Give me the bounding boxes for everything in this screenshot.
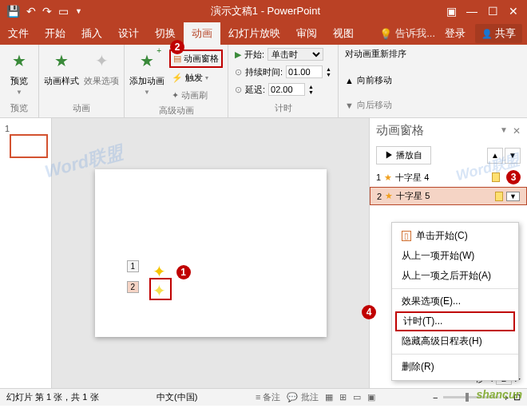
context-menu: ▯ 单击开始(C) 从上一项开始(W) 从上一项之后开始(A) 效果选项(E).… xyxy=(391,222,519,381)
quick-access-toolbar: 💾 ↶ ↷ ▭ ▼ xyxy=(0,5,89,18)
share-button[interactable]: 👤 共享 xyxy=(475,24,522,43)
menu-remove[interactable]: 删除(R) xyxy=(392,357,518,377)
menu-effect-options[interactable]: 效果选项(E)... xyxy=(392,291,518,311)
maximize-button[interactable]: ☐ xyxy=(484,5,501,18)
selection-box xyxy=(149,278,172,300)
title-bar: 💾 ↶ ↷ ▭ ▼ 演示文稿1 - PowerPoint ▣ — ☐ ✕ xyxy=(0,0,527,22)
zoom-out-button[interactable]: − xyxy=(433,393,438,402)
tab-slideshow[interactable]: 幻灯片放映 xyxy=(220,22,288,45)
callout-3: 3 xyxy=(506,170,521,184)
menu-timing[interactable]: 计时(T)... xyxy=(395,311,515,331)
anim-item-1[interactable]: 1 ★ 十字星 4 3 xyxy=(370,168,527,187)
share-icon: 👤 xyxy=(481,24,493,43)
ribbon-tabs: 文件 开始 插入 设计 切换 动画 幻灯片放映 审阅 视图 💡 告诉我... 登… xyxy=(0,22,527,45)
ribbon-group-reorder: 对动画重新排序 ▲ 向前移动 ▼ 向后移动 xyxy=(339,45,413,117)
down-icon: ▼ xyxy=(345,101,354,110)
effect-options-button[interactable]: ✦ 效果选项 xyxy=(84,48,119,87)
tab-review[interactable]: 审阅 xyxy=(288,22,325,45)
ribbon-group-advanced: ★+ 添加动画 ▼ ▤ 动画窗格 ⚡ 触发 ▾ ✦ 动画刷 xyxy=(125,45,228,117)
notes-button[interactable]: ≡ 备注 xyxy=(256,391,280,403)
sorter-view-icon[interactable]: ⊞ xyxy=(339,392,347,402)
play-icon: ▶ xyxy=(235,50,241,60)
timeline-bar xyxy=(492,172,500,182)
reading-view-icon[interactable]: ▭ xyxy=(353,392,361,402)
callout-1: 1 xyxy=(176,265,191,279)
start-select[interactable]: 单击时 xyxy=(267,48,323,61)
close-button[interactable]: ✕ xyxy=(505,5,522,18)
pane-dropdown-icon[interactable]: ▼ xyxy=(500,125,508,137)
tab-view[interactable]: 视图 xyxy=(325,22,362,45)
duration-icon: ⊙ xyxy=(235,67,242,77)
callout-2: 2 xyxy=(170,40,184,54)
redo-icon[interactable]: ↷ xyxy=(42,5,52,18)
qat-dropdown-icon[interactable]: ▼ xyxy=(75,7,82,15)
effect-icon: ✦ xyxy=(89,48,114,73)
login-button[interactable]: 登录 xyxy=(445,26,466,41)
duration-spinner[interactable]: ▲▼ xyxy=(326,66,331,77)
zoom-slider[interactable] xyxy=(443,396,499,398)
animation-pane: 动画窗格 ▼ ✕ ▶ 播放自 ▲ ▼ 1 ★ 十字星 4 3 2 ★ 十字星 5 xyxy=(369,118,527,388)
ribbon-group-timing: ▶ 开始: 单击时 ⊙ 持续时间: ▲▼ ⊙ 延迟: ▲▼ 计时 xyxy=(228,45,339,117)
tab-file[interactable]: 文件 xyxy=(0,22,37,45)
fit-to-window-button[interactable]: ⊡ xyxy=(513,392,521,402)
separator xyxy=(392,354,518,355)
move-earlier-button[interactable]: ▲ 向前移动 xyxy=(345,74,406,86)
callout-4: 4 xyxy=(362,305,376,319)
tab-home[interactable]: 开始 xyxy=(37,22,73,45)
thumb-number: 1 xyxy=(5,124,10,133)
animation-styles-button[interactable]: ★ 动画样式 xyxy=(44,48,79,87)
language-indicator[interactable]: 中文(中国) xyxy=(157,391,197,403)
up-icon: ▲ xyxy=(345,76,354,85)
trigger-button[interactable]: ⚡ 触发 ▾ xyxy=(169,70,223,85)
pane-title: 动画窗格 xyxy=(376,123,424,138)
slide[interactable]: 1 2 ✦ ✦ 1 xyxy=(95,169,327,337)
pane-icon: ▤ xyxy=(173,53,181,64)
comments-button[interactable]: 💬 批注 xyxy=(287,391,318,403)
status-bar: 幻灯片 第 1 张，共 1 张 中文(中国) ≡ 备注 💬 批注 ▦ ⊞ ▭ ▣… xyxy=(0,388,527,406)
play-from-button[interactable]: ▶ 播放自 xyxy=(376,146,431,164)
tab-insert[interactable]: 插入 xyxy=(73,22,110,45)
menu-with-previous[interactable]: 从上一项开始(W) xyxy=(392,246,518,266)
save-icon[interactable]: 💾 xyxy=(6,5,20,18)
separator xyxy=(392,288,518,289)
move-later-button[interactable]: ▼ 向后移动 xyxy=(345,99,406,111)
duration-input[interactable] xyxy=(286,65,323,78)
delay-input[interactable] xyxy=(268,83,305,96)
item-dropdown-button[interactable]: ▼ xyxy=(506,192,520,201)
undo-icon[interactable]: ↶ xyxy=(26,5,36,18)
menu-click-start[interactable]: ▯ 单击开始(C) xyxy=(392,226,518,246)
painter-icon: ✦ xyxy=(172,90,179,101)
star-icon: ★ xyxy=(385,191,393,201)
tab-animations[interactable]: 动画 xyxy=(184,22,220,45)
move-up-button[interactable]: ▲ xyxy=(487,148,503,164)
reorder-title: 对动画重新排序 xyxy=(345,48,406,60)
click-icon: ▯ xyxy=(402,231,411,241)
start-label: 开始: xyxy=(244,49,264,61)
slideshow-view-icon[interactable]: ▣ xyxy=(367,392,375,402)
zoom-controls: − + ⊡ xyxy=(433,392,521,402)
slide-canvas: Word联盟 Word联盟 1 2 ✦ ✦ 1 xyxy=(52,118,369,388)
trigger-icon: ⚡ xyxy=(172,73,183,83)
tab-design[interactable]: 设计 xyxy=(110,22,147,45)
preview-button[interactable]: ★ 预览 ▼ xyxy=(5,48,34,96)
anim-order-1[interactable]: 1 xyxy=(127,260,140,272)
anim-order-2[interactable]: 2 xyxy=(127,281,140,293)
slide-thumbnail-1[interactable] xyxy=(10,134,48,158)
minimize-button[interactable]: — xyxy=(463,5,481,18)
move-down-button[interactable]: ▼ xyxy=(505,148,521,164)
animation-painter-button[interactable]: ✦ 动画刷 xyxy=(169,88,223,103)
menu-hide-advanced[interactable]: 隐藏高级日程表(H) xyxy=(392,331,518,351)
pane-close-button[interactable]: ✕ xyxy=(513,125,521,137)
menu-after-previous[interactable]: 从上一项之后开始(A) xyxy=(392,266,518,286)
ribbon-options-icon[interactable]: ▣ xyxy=(442,5,460,18)
zoom-in-button[interactable]: + xyxy=(504,393,509,402)
add-animation-button[interactable]: ★+ 添加动画 ▼ xyxy=(129,48,164,96)
anim-item-2[interactable]: 2 ★ 十字星 5 ▼ xyxy=(370,187,527,205)
normal-view-icon[interactable]: ▦ xyxy=(325,392,333,402)
add-star-icon: ★+ xyxy=(134,48,160,73)
start-slideshow-icon[interactable]: ▭ xyxy=(58,5,69,18)
tellme-icon: 💡 xyxy=(379,28,392,40)
delay-spinner[interactable]: ▲▼ xyxy=(308,84,314,95)
tellme-input[interactable]: 告诉我... xyxy=(395,26,435,41)
slide-counter: 幻灯片 第 1 张，共 1 张 xyxy=(6,391,99,403)
